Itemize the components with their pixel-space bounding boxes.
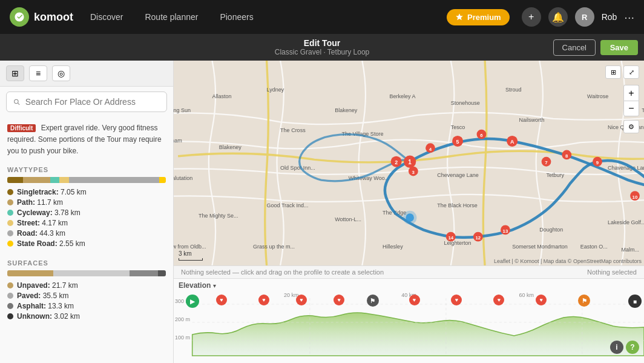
logo-area: komoot [10, 7, 73, 27]
svg-text:Easton O...: Easton O... [580, 244, 608, 250]
svg-text:The Salutation: The Salutation [174, 175, 192, 181]
waytype-bar-street [59, 177, 69, 183]
surface-label: Paved: 35.5 km [17, 291, 68, 300]
map-settings-button[interactable]: ⚙ [623, 120, 639, 133]
waytype-item: Singletrack: 7.05 km [7, 188, 166, 196]
bottom-right-buttons: i ? [610, 341, 639, 354]
elev-wp-flag: ⚑ [367, 295, 379, 307]
svg-text:Wotton-L...: Wotton-L... [335, 216, 361, 222]
difficulty-badge: Difficult [7, 124, 36, 132]
elevation-panel: Elevation ▾ 20 km 40 km 60 km 300 m 200 … [174, 278, 644, 363]
surface-item: Paved: 35.5 km [7, 291, 166, 300]
waytype-dot [7, 241, 13, 247]
map-controls-row: ⊞ ≡ ◎ [0, 61, 173, 87]
premium-button[interactable]: Premium [447, 9, 510, 25]
nav-discover[interactable]: Discover [85, 10, 128, 24]
svg-text:Grass up the m...: Grass up the m... [253, 244, 295, 250]
search-input[interactable] [25, 97, 160, 107]
elevation-chart[interactable]: 20 km 40 km 60 km 300 m 200 m 100 m [174, 292, 644, 359]
save-button[interactable]: Save [600, 40, 638, 55]
svg-text:7: 7 [545, 160, 548, 165]
surface-bar-asphalt [130, 270, 158, 276]
cancel-button[interactable]: Cancel [553, 39, 596, 56]
svg-text:Waitrose: Waitrose [587, 93, 608, 99]
svg-text:Somerset Mondmarton: Somerset Mondmarton [512, 244, 568, 250]
map-layers-btn[interactable]: ⊞ [605, 65, 621, 79]
surface-item: Asphalt: 13.3 km [7, 302, 166, 310]
surface-list: Unpaved: 21.7 km Paved: 35.5 km Asphalt:… [7, 281, 166, 321]
waytype-bar-cycleway [50, 177, 60, 183]
svg-text:The Cross: The Cross [280, 127, 306, 133]
waytype-dot [7, 230, 13, 236]
elevation-dropdown-icon[interactable]: ▾ [213, 282, 216, 289]
svg-text:Allaston: Allaston [212, 93, 231, 99]
elev-wp-6: ♥ [451, 295, 462, 305]
svg-text:Malm...: Malm... [621, 247, 639, 253]
search-container [0, 87, 173, 117]
map-fullscreen-btn[interactable]: ⤢ [623, 65, 639, 79]
svg-text:2: 2 [395, 159, 398, 165]
surface-dot [7, 282, 13, 288]
surface-label: Asphalt: 13.3 km [17, 302, 74, 310]
nav-route-planner[interactable]: Route planner [140, 10, 203, 24]
header: komoot Discover Route planner Pioneers P… [0, 0, 644, 34]
waytype-bar-path [23, 177, 50, 183]
waytype-item: Cycleway: 3.78 km [7, 208, 166, 217]
scale-bar [179, 258, 203, 261]
more-button[interactable]: ··· [624, 10, 634, 24]
surface-dot [7, 313, 13, 319]
elev-wp-9: ⚑ [578, 295, 590, 307]
elev-wp-8: ♥ [536, 295, 547, 305]
surfaces-title: SURFACES [7, 259, 166, 267]
surface-label: Unknown: 3.02 km [17, 312, 80, 321]
waytypes-section: WAYTYPES Singletrack: 7.05 km Path: 11.7… [0, 161, 173, 255]
nothing-selected-bar: Nothing selected — click and drag on the… [174, 265, 644, 278]
map-eye-btn[interactable]: ◎ [52, 65, 70, 81]
map-list-btn[interactable]: ≡ [29, 65, 47, 81]
help-button[interactable]: ? [626, 341, 639, 354]
komoot-logo-icon [10, 7, 29, 27]
svg-text:View from Oldb...: View from Oldb... [174, 244, 206, 250]
svg-text:Lakeside Golf...: Lakeside Golf... [608, 219, 644, 225]
svg-text:Rising Sun: Rising Sun [174, 107, 191, 113]
surface-bar-unpaved [7, 270, 53, 276]
svg-text:Stroud: Stroud [505, 87, 522, 93]
svg-text:Stonehouse: Stonehouse [451, 100, 480, 106]
svg-text:Chevenage Lane: Chevenage Lane [437, 172, 479, 178]
svg-text:Leighterton: Leighterton [444, 240, 472, 246]
svg-text:14: 14 [448, 235, 453, 241]
header-icons: + 🔔 R Rob ··· [522, 7, 634, 27]
waytype-dot [7, 210, 13, 216]
avatar: R [575, 7, 594, 27]
map-view-btn[interactable]: ⊞ [6, 65, 24, 81]
surfaces-bar [7, 270, 166, 276]
info-button[interactable]: i [610, 341, 623, 354]
zoom-in-button[interactable]: + [623, 85, 639, 101]
svg-text:Newnham: Newnham [174, 138, 182, 144]
svg-text:Hillesley: Hillesley [383, 244, 403, 250]
svg-text:The Mighty Se...: The Mighty Se... [199, 213, 238, 219]
waytype-label: Cycleway: 3.78 km [17, 208, 80, 217]
zoom-out-button[interactable]: − [623, 101, 639, 116]
right-panel: Rising Sun Allaston Lydney Blakeney Berk… [174, 61, 644, 363]
svg-text:9: 9 [596, 160, 599, 165]
notifications-button[interactable]: 🔔 [548, 7, 568, 27]
map-attribution: Leaflet | © Komoot | Map data © OpenStre… [494, 258, 642, 264]
map-area[interactable]: Rising Sun Allaston Lydney Blakeney Berk… [174, 61, 644, 265]
svg-text:1: 1 [408, 159, 412, 165]
svg-text:Tesco: Tesco [451, 124, 465, 130]
waytype-label: State Road: 2.55 km [17, 239, 85, 248]
waytype-bar-road [69, 177, 159, 183]
svg-text:Tetbury: Tetbury [547, 172, 565, 178]
svg-text:Old Spot Inn...: Old Spot Inn... [280, 165, 315, 171]
elev-wp-1: ♥ [216, 295, 227, 305]
svg-text:Doughton: Doughton [539, 227, 563, 233]
svg-text:Good Track Ind...: Good Track Ind... [267, 202, 309, 208]
edit-tour-center: Edit Tour Classic Gravel · Tetbury Loop [275, 38, 370, 56]
search-icon [13, 98, 21, 106]
add-button[interactable]: + [522, 7, 541, 27]
waytype-label: Street: 4.17 km [17, 219, 68, 227]
nav-pioneers[interactable]: Pioneers [215, 10, 258, 24]
waytype-label: Path: 11.7 km [17, 198, 63, 207]
svg-text:Blakeney: Blakeney [219, 144, 242, 150]
